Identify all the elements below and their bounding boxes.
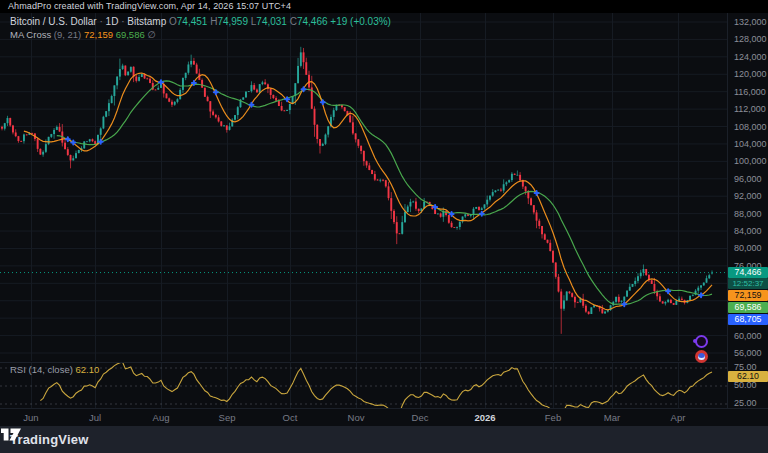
rsi-pane[interactable]: RSI (14, close) 62.10 bbox=[0, 362, 727, 408]
rsi-axis-label: 25.00 bbox=[728, 398, 768, 408]
main-pane[interactable]: Bitcoin / U.S. Dollar · 1D · Bitstamp O7… bbox=[0, 13, 727, 361]
price-axis-label: 96,000 bbox=[728, 174, 768, 184]
candlestick-canvas[interactable] bbox=[0, 13, 727, 361]
time-axis-label: Oct bbox=[283, 412, 298, 423]
ma-cross-empty-value: ∅ bbox=[147, 29, 155, 40]
time-axis[interactable]: JunJulAugSepOctNovDec2026FebMarApr bbox=[0, 408, 768, 426]
tradingview-logo-icon[interactable] bbox=[0, 426, 22, 443]
price-badge: 69,586 bbox=[728, 302, 768, 313]
time-axis-label: Aug bbox=[153, 412, 170, 423]
time-axis-label: Dec bbox=[412, 412, 429, 423]
exchange-label[interactable]: Bitstamp bbox=[127, 16, 166, 27]
ma-cross-legend-row[interactable]: MA Cross (9, 21) 72,159 69,586 ∅ bbox=[10, 28, 391, 41]
price-axis-label: 116,000 bbox=[728, 87, 768, 97]
chart-legend: Bitcoin / U.S. Dollar · 1D · Bitstamp O7… bbox=[10, 15, 391, 41]
ma-fast-value: 72,159 bbox=[84, 29, 113, 40]
time-axis-label: Feb bbox=[545, 412, 561, 423]
attribution-text: AhmadPro created with TradingView.com, A… bbox=[8, 1, 291, 11]
legend-separator: · bbox=[121, 16, 124, 27]
interval-label[interactable]: 1D bbox=[106, 16, 119, 27]
time-axis-label: Jun bbox=[23, 412, 38, 423]
price-axis-label: 80,000 bbox=[728, 243, 768, 253]
open-label: O bbox=[169, 16, 177, 27]
time-axis-label: Apr bbox=[671, 412, 686, 423]
price-axis-label: 124,000 bbox=[728, 52, 768, 62]
price-badge: 72,159 bbox=[728, 290, 768, 301]
price-axis-label: 56,000 bbox=[728, 348, 768, 358]
time-axis-label: Mar bbox=[604, 412, 620, 423]
tradingview-chart-window: AhmadPro created with TradingView.com, A… bbox=[0, 0, 768, 453]
rsi-canvas[interactable] bbox=[0, 363, 727, 409]
high-value: 74,959 bbox=[217, 16, 248, 27]
change-value: +19 (+0.03%) bbox=[330, 16, 391, 27]
event-marks bbox=[695, 335, 711, 363]
price-axis-label: 60,000 bbox=[728, 331, 768, 341]
price-axis-label: 92,000 bbox=[728, 191, 768, 201]
price-badge: 74,466 bbox=[728, 267, 768, 278]
event-mark-purple-icon[interactable] bbox=[695, 335, 708, 348]
grid bbox=[0, 13, 727, 361]
rsi-value: 62.10 bbox=[75, 364, 99, 375]
price-axis-label: 128,000 bbox=[728, 34, 768, 44]
low-value: 74,031 bbox=[256, 16, 287, 27]
ma-cross-name[interactable]: MA Cross bbox=[10, 29, 51, 40]
time-axis-label: Jul bbox=[89, 412, 101, 423]
footer-bar: TradingView bbox=[0, 426, 768, 453]
rsi-params: (14, close) bbox=[28, 364, 72, 375]
price-axis-label: 120,000 bbox=[728, 69, 768, 79]
ma-slow-line bbox=[57, 81, 712, 305]
price-axis-label: 100,000 bbox=[728, 156, 768, 166]
time-axis-label: 2026 bbox=[474, 412, 495, 423]
countdown-badge: 12:52:37 bbox=[728, 278, 768, 289]
close-value: 74,466 bbox=[297, 16, 328, 27]
time-axis-label: Nov bbox=[348, 412, 365, 423]
ma-fast-line bbox=[24, 73, 712, 310]
ma-slow-value: 69,586 bbox=[116, 29, 145, 40]
price-axis-label: 84,000 bbox=[728, 226, 768, 236]
symbol-title[interactable]: Bitcoin / U.S. Dollar bbox=[10, 16, 97, 27]
attribution-bar: AhmadPro created with TradingView.com, A… bbox=[0, 0, 768, 13]
event-mark-flag-icon[interactable] bbox=[695, 350, 708, 363]
close-label: C bbox=[290, 16, 297, 27]
price-axis-label: 88,000 bbox=[728, 209, 768, 219]
symbol-legend-row[interactable]: Bitcoin / U.S. Dollar · 1D · Bitstamp O7… bbox=[10, 15, 391, 28]
price-badge: 68,705 bbox=[728, 314, 768, 325]
price-axis-label: 104,000 bbox=[728, 139, 768, 149]
rsi-name[interactable]: RSI bbox=[10, 364, 26, 375]
time-axis-label: Sep bbox=[219, 412, 236, 423]
legend-separator: · bbox=[99, 16, 102, 27]
price-axis-label: 112,000 bbox=[728, 104, 768, 114]
price-axis-label: 132,000 bbox=[728, 17, 768, 27]
rsi-legend[interactable]: RSI (14, close) 62.10 bbox=[10, 364, 99, 375]
rsi-value-badge: 62.10 bbox=[728, 371, 768, 382]
price-axis[interactable]: 132,000128,000124,000120,000116,000112,0… bbox=[727, 13, 768, 408]
price-axis-label: 108,000 bbox=[728, 122, 768, 132]
open-value: 74,451 bbox=[177, 16, 208, 27]
ma-cross-params: (9, 21) bbox=[54, 29, 81, 40]
